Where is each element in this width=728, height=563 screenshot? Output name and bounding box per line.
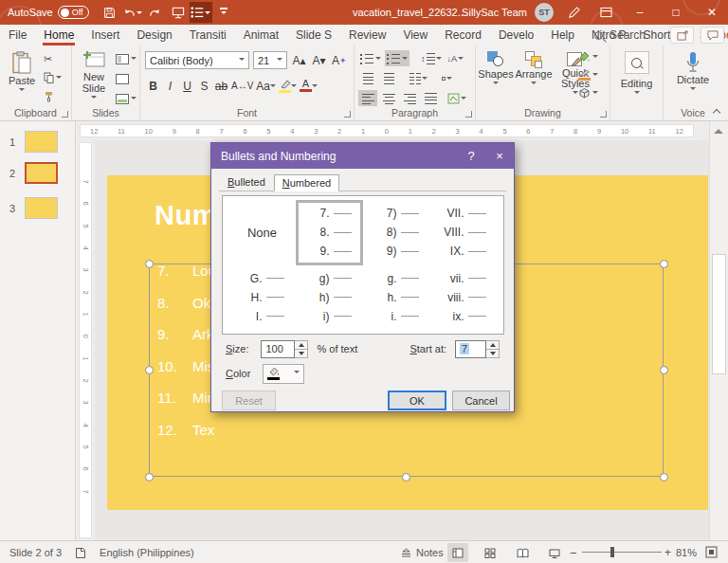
slide-sorter-view-button[interactable] (480, 543, 500, 562)
decrease-indent-button[interactable] (358, 70, 377, 86)
resize-handle-bottom-right[interactable] (660, 473, 668, 481)
maximize-button[interactable]: □ (662, 0, 690, 25)
arrange-button[interactable]: Arrange (516, 51, 552, 97)
slide-thumbnail-1[interactable]: 1 (0, 131, 76, 153)
editing-dropdown[interactable] (634, 91, 640, 97)
thumbnail-image[interactable] (25, 162, 58, 184)
tab-record[interactable]: Record (436, 25, 490, 45)
ribbon-display-button[interactable] (593, 0, 618, 25)
layout-button[interactable] (116, 51, 136, 66)
shape-outline-button[interactable] (578, 67, 598, 82)
change-case-button[interactable]: Aa (255, 77, 277, 95)
editing-button[interactable] (625, 51, 649, 74)
section-button[interactable] (116, 91, 136, 106)
numbering-qat-button[interactable] (190, 2, 212, 23)
slide-thumbnail-2[interactable]: 2 (0, 162, 76, 184)
numbering-style-option-g[interactable]: g)h)i) (296, 265, 363, 331)
cut-button[interactable]: ✂ (44, 51, 62, 66)
search-control[interactable]: Search (594, 25, 646, 45)
inking-button[interactable] (561, 0, 586, 25)
new-slide-dropdown[interactable] (91, 96, 97, 101)
font-size-combo[interactable]: 21 (253, 51, 287, 69)
shape-fill-button[interactable] (578, 49, 598, 64)
tab-file[interactable]: File (0, 25, 35, 45)
zoom-slider-knob[interactable] (610, 547, 614, 557)
tab-design[interactable]: Design (128, 25, 180, 45)
font-name-combo[interactable]: Calibri (Body) (145, 51, 249, 69)
clipboard-dialog-launcher[interactable] (62, 111, 68, 118)
thumbnail-image[interactable] (25, 197, 58, 219)
qat-customize-button[interactable] (212, 2, 235, 23)
numbering-button[interactable] (385, 50, 410, 66)
shape-effects-button[interactable] (578, 85, 598, 100)
size-spinner[interactable] (295, 340, 308, 358)
tab-home[interactable]: Home (35, 25, 82, 45)
slideshow-view-button[interactable] (544, 543, 565, 562)
fit-to-window-icon[interactable] (705, 546, 718, 558)
justify-button[interactable] (421, 90, 440, 106)
tab-transiti[interactable]: Transiti (181, 25, 235, 45)
horizontal-ruler[interactable]: 1211109876543210123456789101112 (76, 121, 709, 140)
resize-handle-middle-right[interactable] (660, 366, 668, 374)
normal-view-button[interactable] (447, 543, 468, 562)
dialog-help-button[interactable]: ? (457, 143, 485, 169)
spellcheck-icon[interactable] (75, 547, 86, 559)
highlight-color-button[interactable] (278, 77, 298, 95)
text-direction-button[interactable]: ↓A (446, 50, 466, 66)
copy-button[interactable] (44, 70, 62, 85)
format-painter-button[interactable] (44, 89, 62, 104)
tab-view[interactable]: View (394, 25, 436, 45)
close-button[interactable]: ✕ (698, 0, 726, 25)
paragraph-dialog-launcher[interactable] (465, 111, 472, 118)
undo-dropdown[interactable] (136, 11, 142, 17)
scroll-up-arrow[interactable] (714, 124, 723, 134)
color-picker-button[interactable] (263, 364, 304, 384)
resize-handle-bottom-left[interactable] (145, 473, 154, 481)
tab-help[interactable]: Help (542, 25, 583, 45)
language-status[interactable]: English (Philippines) (100, 547, 194, 558)
tab-bulleted[interactable]: Bulleted (219, 173, 274, 191)
align-left-button[interactable] (358, 90, 377, 106)
paste-dropdown[interactable] (19, 88, 25, 94)
line-spacing-button[interactable]: ↕ (419, 50, 444, 66)
zoom-in-button[interactable]: + (664, 541, 671, 563)
shapes-button[interactable]: Shapes (479, 51, 513, 97)
vertical-scrollbar[interactable] (709, 121, 728, 540)
dialog-titlebar[interactable]: Bullets and Numbering ? × (211, 143, 514, 169)
notes-button[interactable]: Notes (401, 541, 444, 563)
avatar[interactable]: ST (535, 3, 554, 22)
resize-handle-top-left[interactable] (145, 260, 154, 268)
share-button[interactable] (670, 27, 694, 44)
vertical-ruler[interactable]: 765432101234567 (76, 140, 95, 540)
tab-slide-s[interactable]: Slide S (287, 25, 340, 45)
reset-button[interactable]: Reset (222, 390, 276, 410)
underline-button[interactable]: U (179, 77, 195, 95)
size-input[interactable]: 100 (261, 340, 295, 358)
slide-title[interactable]: Num (155, 200, 217, 231)
start-slideshow-button[interactable] (167, 2, 190, 23)
numbering-style-option-g[interactable]: g.h.i. (363, 265, 430, 331)
tab-insert[interactable]: Insert (82, 25, 128, 45)
color-dropdown-arrow[interactable] (294, 371, 300, 376)
convert-smartart-button[interactable] (446, 90, 468, 106)
slide-thumbnail-3[interactable]: 3 (0, 197, 76, 219)
slide-indicator[interactable]: Slide 2 of 3 (9, 547, 62, 558)
text-shadow-button[interactable]: S (196, 77, 212, 95)
resize-handle-top-right[interactable] (660, 260, 668, 268)
bold-button[interactable]: B (145, 77, 161, 95)
paste-button[interactable]: Paste (4, 51, 40, 94)
redo-button[interactable] (144, 2, 167, 23)
zoom-percentage[interactable]: 81% (676, 541, 697, 563)
collapse-ribbon-button[interactable] (713, 108, 720, 116)
reset-slide-button[interactable] (116, 71, 136, 86)
numbering-style-option-7[interactable]: 7.8.9. (296, 200, 363, 265)
thumbnail-image[interactable] (25, 131, 58, 153)
font-dialog-launcher[interactable] (344, 111, 351, 118)
resize-handle-bottom-center[interactable] (402, 473, 410, 481)
size-spin-up[interactable] (295, 341, 307, 349)
drawing-dialog-launcher[interactable] (600, 111, 607, 118)
scrollbar-thumb[interactable] (712, 254, 726, 374)
size-spin-down[interactable] (295, 349, 307, 357)
columns-button[interactable] (408, 70, 429, 86)
start-spin-up[interactable] (486, 341, 499, 349)
